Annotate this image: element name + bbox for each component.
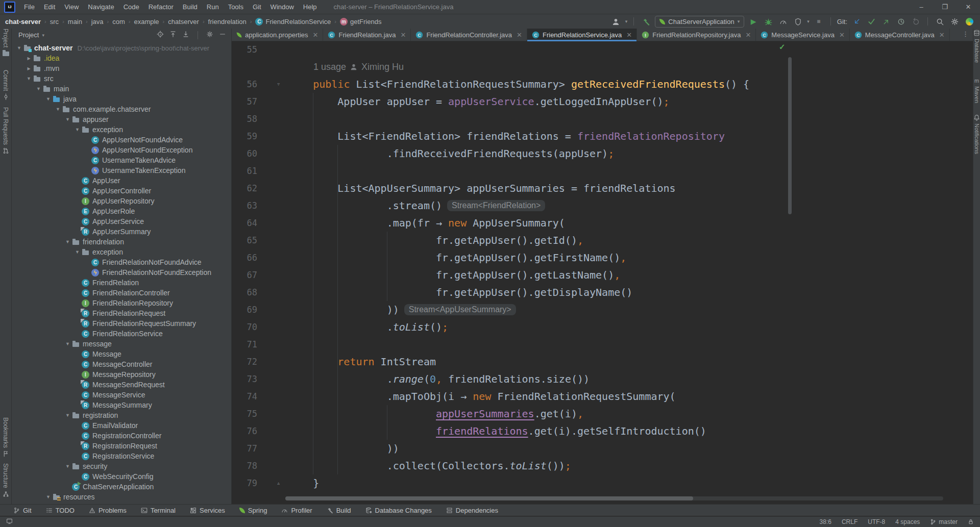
code-line[interactable]: 58 xyxy=(232,110,973,128)
tab-close-icon[interactable]: ✕ xyxy=(839,31,845,39)
minimize-button[interactable]: – xyxy=(910,0,933,14)
code-line[interactable]: 75 appUserSummaries.get(i), xyxy=(232,405,973,422)
tree-item[interactable]: CAppUserNotFoundAdvice xyxy=(12,135,231,145)
breadcrumb-item[interactable]: com xyxy=(112,18,125,26)
menu-item-window[interactable]: Window xyxy=(266,0,299,14)
tree-collapsed-arrow-icon[interactable]: ▶ xyxy=(24,66,33,71)
tree-expanded-arrow-icon[interactable]: ▼ xyxy=(24,76,33,81)
tree-expanded-arrow-icon[interactable]: ▼ xyxy=(73,127,82,132)
tree-item[interactable]: ▼friendrelation xyxy=(12,237,231,247)
tool-window-button-structure[interactable]: Structure xyxy=(0,463,11,497)
tree-item[interactable]: CFriendRelationNotFoundAdvice xyxy=(12,257,231,267)
tab-close-icon[interactable]: ✕ xyxy=(745,31,751,39)
code-editor[interactable]: 551 usageXiming Hu56▿ public List<Friend… xyxy=(232,41,973,504)
tree-item[interactable]: ▼message xyxy=(12,339,231,349)
tool-window-button-build[interactable]: Build xyxy=(327,507,351,514)
editor-tab[interactable]: CFriendRelation.java✕ xyxy=(323,29,411,41)
tree-item[interactable]: ▶.idea xyxy=(12,53,231,63)
breadcrumb-item[interactable]: CFriendRelationService xyxy=(255,18,331,26)
code-line[interactable]: 65 fr.getAppUser().getId(), xyxy=(232,232,973,249)
menu-item-tools[interactable]: Tools xyxy=(224,0,248,14)
run-button[interactable]: ▶ xyxy=(748,16,759,27)
tool-window-button-maven[interactable]: mMaven xyxy=(973,78,980,103)
tab-close-icon[interactable]: ✕ xyxy=(939,31,945,39)
code-line[interactable]: 61 xyxy=(232,162,973,180)
tree-item[interactable]: ▼java xyxy=(12,94,231,104)
type-inlay-hint[interactable]: Stream<FriendRelation> xyxy=(447,200,545,211)
profiler-button[interactable] xyxy=(777,16,789,27)
code-line[interactable]: 66 fr.getAppUser().getFirstName(), xyxy=(232,249,973,266)
tree-expanded-arrow-icon[interactable]: ▼ xyxy=(44,96,53,102)
tree-item[interactable]: RRegistrationRequest xyxy=(12,441,231,451)
code-line[interactable]: 67 fr.getAppUser().getLastName(), xyxy=(232,266,973,284)
menu-item-run[interactable]: Run xyxy=(202,0,224,14)
indent-setting[interactable]: 4 spaces xyxy=(895,518,920,525)
tool-window-button-todo[interactable]: TODO xyxy=(46,507,75,514)
code-line[interactable]: 74 .mapToObj(i → new FriendRelationReque… xyxy=(232,388,973,405)
code-line[interactable]: 73 .range(0, friendRelations.size()) xyxy=(232,370,973,388)
editor-tab[interactable]: CFriendRelationService.java✕ xyxy=(527,29,637,41)
tree-item[interactable]: CWebSecurityConfig xyxy=(12,471,231,482)
tree-expanded-arrow-icon[interactable]: ▼ xyxy=(15,45,23,51)
tree-expanded-arrow-icon[interactable]: ▼ xyxy=(63,341,72,346)
tab-close-icon[interactable]: ✕ xyxy=(401,31,406,39)
tree-item[interactable]: CAppUser xyxy=(12,175,231,186)
tree-item[interactable]: ▼security xyxy=(12,461,231,471)
tree-item[interactable]: RMessageSendRequest xyxy=(12,380,231,390)
breadcrumb-item[interactable]: chat-server xyxy=(5,18,41,26)
editor-tab[interactable]: CFriendRelationController.java✕ xyxy=(411,29,527,41)
tool-window-button-notifications[interactable]: Notifications xyxy=(973,114,980,154)
line-separator[interactable]: CRLF xyxy=(842,518,857,525)
panel-settings-button[interactable] xyxy=(206,31,213,39)
menu-item-edit[interactable]: Edit xyxy=(39,0,60,14)
settings-button[interactable] xyxy=(949,16,960,27)
search-everywhere-button[interactable] xyxy=(934,16,945,27)
tree-item[interactable]: RFriendRelationRequest xyxy=(12,308,231,318)
tree-item[interactable]: ▼main xyxy=(12,84,231,94)
code-line[interactable]: 79▵ } xyxy=(232,474,973,492)
breadcrumb-item[interactable]: java xyxy=(91,18,104,26)
inspections-ok-icon[interactable]: ✓ xyxy=(779,42,786,52)
tool-window-button-dependencies[interactable]: Dependencies xyxy=(446,507,498,514)
tree-item[interactable]: RFriendRelationRequestSummary xyxy=(12,318,231,329)
menu-item-build[interactable]: Build xyxy=(178,0,202,14)
tree-item[interactable]: EAppUserRole xyxy=(12,206,231,216)
ide-update-icon[interactable] xyxy=(964,16,975,27)
user-profile-button[interactable] xyxy=(610,16,622,27)
tree-item[interactable]: ▼appuser xyxy=(12,114,231,124)
tree-item[interactable]: ▼com.example.chatserver xyxy=(12,104,231,114)
git-update-button[interactable] xyxy=(851,16,862,27)
menu-item-code[interactable]: Code xyxy=(119,0,144,14)
fold-open-icon[interactable]: ▿ xyxy=(277,76,280,93)
tree-item[interactable]: CChatServerApplication xyxy=(12,482,231,492)
tool-window-button-database-changes[interactable]: Database Changes xyxy=(365,507,432,514)
code-line[interactable]: 62 List<AppUserSummary> appUserSummaries… xyxy=(232,180,973,197)
tree-item[interactable]: IMessageRepository xyxy=(12,369,231,380)
code-line[interactable]: 68 fr.getAppUser().getDisplayName() xyxy=(232,284,973,301)
tool-window-button-pull-requests[interactable]: Pull Requests xyxy=(0,107,11,154)
menu-item-refactor[interactable]: Refactor xyxy=(144,0,178,14)
git-push-button[interactable] xyxy=(880,16,892,27)
breadcrumb-item[interactable]: chatserver xyxy=(168,18,199,26)
horizontal-scrollbar-thumb[interactable] xyxy=(285,496,693,500)
editor-tab[interactable]: CMessageService.java✕ xyxy=(756,29,849,41)
code-line[interactable]: 56▿ public List<FriendRelationRequestSum… xyxy=(232,76,973,93)
menu-item-navigate[interactable]: Navigate xyxy=(83,0,118,14)
tree-item[interactable]: RAppUserSummary xyxy=(12,227,231,237)
tree-item[interactable]: CAppUserController xyxy=(12,186,231,196)
editor-tab[interactable]: application.properties✕ xyxy=(232,29,323,41)
tool-window-button-project[interactable]: Project xyxy=(0,29,11,56)
tree-item[interactable]: ϟUsernameTakenException xyxy=(12,165,231,175)
tree-item[interactable]: CEmailValidator xyxy=(12,420,231,431)
tree-item[interactable]: ▼resources xyxy=(12,492,231,502)
build-project-button[interactable] xyxy=(640,16,651,27)
tool-window-button-commit[interactable]: Commit xyxy=(0,70,11,100)
git-commit-button[interactable] xyxy=(866,16,877,27)
usage-hint[interactable]: 1 usageXiming Hu xyxy=(232,58,973,76)
collapse-all-button[interactable] xyxy=(182,31,189,39)
code-line[interactable]: 1 usageXiming Hu xyxy=(232,58,973,76)
tree-item[interactable]: ϟAppUserNotFoundException xyxy=(12,145,231,155)
tree-expanded-arrow-icon[interactable]: ▼ xyxy=(63,239,72,244)
menu-item-file[interactable]: File xyxy=(19,0,39,14)
editor-tab[interactable]: CMessageController.java✕ xyxy=(850,29,950,41)
